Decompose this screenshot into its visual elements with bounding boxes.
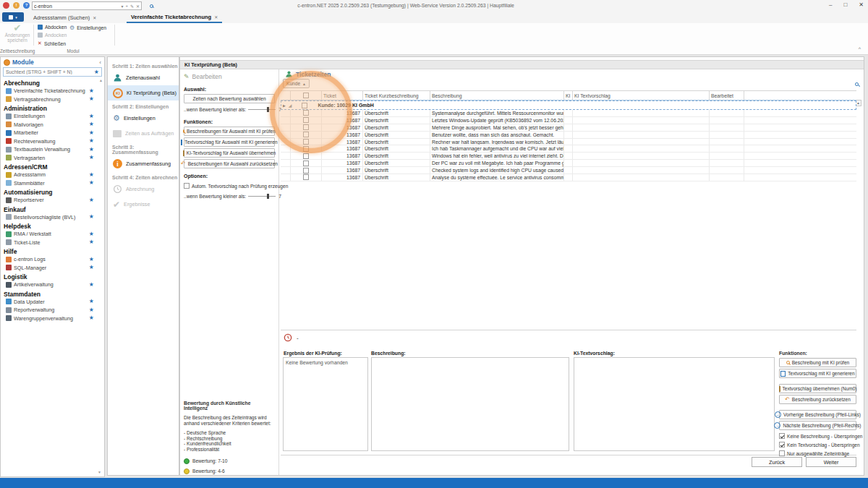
auto-suggestion-checkbox[interactable] (184, 183, 190, 189)
next-description-button[interactable]: → Nächste Beschreibung (Pfeil-Rechts) (779, 421, 856, 430)
beschreibung-textbox[interactable] (371, 357, 569, 451)
einstellungen-button[interactable]: ⚙ Einstellungen (69, 25, 106, 31)
global-search-combo[interactable]: ▾ + ✎ ✕ (32, 1, 142, 10)
favorite-star-icon[interactable]: ★ (89, 299, 94, 304)
check-descriptions-button[interactable]: Beschreibungen für Auswahl mit KI prüfen (184, 127, 275, 136)
sidebar-item-sql-manager[interactable]: SQL-Manager ★ (3, 264, 103, 273)
skip-no-description-checkbox[interactable] (779, 433, 785, 439)
plus-icon[interactable]: + (125, 4, 128, 9)
favorite-star-icon[interactable]: ★ (89, 282, 94, 288)
row-checkbox[interactable] (303, 124, 309, 130)
favorite-star-icon[interactable]: ★ (89, 265, 94, 270)
row-checkbox[interactable] (303, 174, 309, 180)
scroll-down-icon[interactable]: ▼ (98, 470, 101, 474)
favorite-star-icon[interactable]: ★ (89, 307, 94, 313)
apply-suggestions-button[interactable]: KI-Textvorschlag für Auswahl übernehmen (184, 148, 275, 158)
sidebar-item-einstellungen[interactable]: Einstellungen ★ (3, 112, 103, 121)
favorite-star-icon[interactable]: ★ (89, 96, 94, 102)
ticket-row[interactable]: 13687 Überschrift Benutzer wollte, dass … (281, 132, 856, 139)
sidebar-item-vertragsarten[interactable]: Vertragsarten ★ (3, 154, 103, 163)
close-button[interactable]: ✕ (859, 1, 864, 8)
help-icon[interactable]: ? (23, 2, 30, 9)
row-checkbox[interactable] (303, 132, 309, 137)
previous-description-button[interactable]: ← Vorherige Beschreibung (Pfeil-Links) (779, 410, 856, 419)
row-checkbox[interactable] (303, 160, 309, 166)
warning-icon[interactable]: ! (13, 2, 20, 9)
wizard-item-ki-textpruefung[interactable]: KI KI Textprüfung (Beta) (108, 85, 179, 100)
favorite-star-icon[interactable]: ★ (89, 155, 94, 160)
sidebar-item-ticket-liste[interactable]: Ticket-Liste ★ (3, 239, 103, 247)
table-search-button[interactable] (855, 81, 859, 87)
skip-no-suggestion-option[interactable]: Kein Textvorschlag - Überspringen (779, 440, 856, 449)
sidebar-item-bestellvorschlagliste[interactable]: Bestellvorschlagliste (BVL) ★ (3, 213, 103, 222)
favorite-star-icon[interactable]: ★ (89, 147, 94, 153)
sidebar-item-vereinfachte-ticketabrechnung[interactable]: Vereinfachte Ticketabrechnung ★ (3, 87, 103, 95)
sidebar-item-mailvorlagen[interactable]: Mailvorlagen ★ (3, 121, 103, 129)
favorite-star-icon[interactable]: ★ (89, 114, 94, 119)
feedback-icon[interactable] (3, 2, 9, 9)
favorite-star-icon[interactable]: ★ (89, 180, 94, 186)
generate-suggestion-button[interactable]: Textvorschlag mit KI generieren (779, 369, 856, 378)
module-search-box[interactable]: ★ (3, 67, 102, 77)
only-selected-checkbox[interactable] (779, 450, 785, 456)
wizard-item-einstellungen[interactable]: ⚙ Einstellungen (108, 111, 179, 126)
ki-textvorschlag-textbox[interactable] (574, 357, 775, 451)
group-by-kunde-pill[interactable]: Kunde ▲ (283, 79, 310, 88)
ergebnis-textbox[interactable]: Keine Bewertung vorhanden (283, 357, 368, 451)
row-checkbox[interactable] (303, 110, 309, 116)
sidebar-item-artikelverwaltung[interactable]: Artikelverwaltung ★ (3, 281, 103, 289)
ticket-row[interactable]: 13687 Überschrift Ich hab Taskmannager a… (281, 145, 856, 153)
favorite-star-icon[interactable]: ★ (89, 172, 94, 178)
skip-no-suggestion-checkbox[interactable] (779, 442, 785, 448)
select-all-checkbox[interactable] (303, 93, 309, 98)
next-button[interactable]: Weiter (806, 457, 856, 467)
sidebar-item-adressstamm[interactable]: Adressstamm ★ (3, 171, 103, 179)
sidebar-item-vertragsabrechnung[interactable]: Vertragsabrechnung ★ (3, 95, 103, 104)
rating-threshold-slider[interactable] (248, 109, 276, 110)
collapse-sidebar-icon[interactable]: ‹ (99, 59, 101, 66)
favorite-star-icon[interactable]: ★ (89, 231, 94, 237)
col-ki-textvorschlag[interactable]: KI Textvorschlag (573, 91, 710, 100)
favorite-star-icon[interactable]: ★ (89, 138, 94, 144)
row-checkbox[interactable] (303, 168, 309, 174)
tab-close-icon[interactable]: ✕ (93, 15, 96, 20)
ticket-row[interactable]: 13687 Überschrift Rechner war halt langs… (281, 139, 856, 146)
chevron-down-icon[interactable]: ▾ (121, 4, 123, 9)
col-bearbeitet[interactable]: Bearbeitet (710, 91, 744, 100)
favorite-star-icon[interactable]: ★ (89, 130, 94, 136)
tab-vereinfachte-ticketabrechnung[interactable]: Vereinfachte Ticketabrechnung ✕ (127, 12, 222, 23)
favorite-star-icon[interactable]: ★ (89, 239, 94, 245)
group-expand-icon[interactable]: ◢ (289, 103, 292, 108)
col-beschreibung[interactable]: Beschreibung (430, 91, 564, 100)
sidebar-item-rechteverwaltung[interactable]: Rechteverwaltung ★ (3, 137, 103, 146)
col-ki[interactable]: KI (564, 91, 573, 100)
main-menu-button[interactable]: ▾ (2, 12, 24, 22)
pencil-icon[interactable]: ✎ (130, 4, 134, 9)
row-checkbox[interactable] (303, 153, 309, 159)
reset-descriptions-button[interactable]: ↶ Beschreibungen für Auswahl zurücksetze… (184, 159, 275, 168)
slider-handle[interactable] (267, 107, 269, 112)
wizard-item-zeitenauswahl[interactable]: Zeitenauswahl (108, 70, 179, 85)
tab-close-icon[interactable]: ✕ (214, 14, 218, 20)
favorite-star-icon[interactable]: ★ (89, 121, 94, 127)
ticket-row[interactable]: 13687 Überschrift Systemanalyse durchgef… (281, 110, 856, 117)
wizard-item-zusammenfassung[interactable]: i Zusammenfassung (108, 156, 179, 171)
sidebar-item-rma-werkstatt[interactable]: RMA / Werkstatt ★ (3, 230, 103, 239)
back-button[interactable]: Zurück (752, 457, 802, 467)
ticket-row[interactable]: 13687 Überschrift Analyse du système eff… (281, 174, 856, 181)
ticket-row[interactable]: 13687 Überschrift Der PC war zu voll mit… (281, 160, 856, 167)
ticket-row[interactable]: 13687 Überschrift Mehrere Dinge ausprobi… (281, 124, 856, 132)
maximize-button[interactable]: □ (843, 1, 847, 8)
schliessen-button[interactable]: ✕ Schließen (38, 40, 66, 46)
reset-description-button[interactable]: ↶ Beschreibung zurücksetzen (779, 395, 856, 404)
search-button[interactable] (146, 1, 156, 10)
favorite-star-icon[interactable]: ★ (89, 257, 94, 262)
favorite-star-icon[interactable]: ★ (89, 315, 94, 321)
check-description-button[interactable]: Beschreibung mit KI prüfen (779, 358, 856, 367)
select-times-by-rating-button[interactable]: Zeiten nach Bewertung auswählen (184, 94, 275, 103)
favorite-star-icon[interactable]: ★ (89, 214, 94, 220)
favorite-star-icon[interactable]: ★ (94, 69, 99, 75)
minimize-button[interactable]: – (829, 1, 832, 8)
slider-handle[interactable] (267, 194, 269, 199)
generate-suggestions-button[interactable]: Textvorschlag für Auswahl mit KI generie… (184, 137, 275, 147)
